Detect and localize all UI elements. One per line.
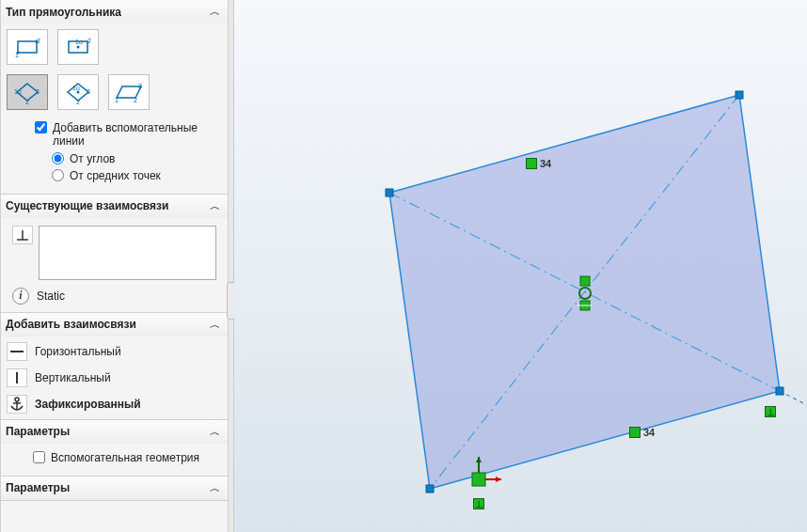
svg-text:1o: 1o xyxy=(72,85,80,91)
section-params-1: Параметры ︿ Вспомогательная геометрия xyxy=(1,420,228,477)
info-icon: i xyxy=(12,288,29,305)
svg-text:3: 3 xyxy=(138,83,142,89)
section-title: Параметры xyxy=(6,481,70,494)
perpendicular-glyph-bottom[interactable]: ⊥ xyxy=(473,498,484,509)
chk-add-construction[interactable] xyxy=(35,121,47,133)
constraint-label: Горизонтальный xyxy=(35,345,121,358)
parallel-count: 34 xyxy=(643,427,655,438)
radio-from-corners-label: От углов xyxy=(70,152,115,165)
section-header-rect-type[interactable]: Тип прямоугольника ︿ xyxy=(1,0,228,23)
chk-aux-geometry-label: Вспомогательная геометрия xyxy=(51,451,199,464)
section-title: Добавить взаимосвязи xyxy=(6,318,136,331)
radio-from-midpoints-label: От средних точек xyxy=(70,169,161,182)
svg-text:1o: 1o xyxy=(14,88,22,95)
svg-point-24 xyxy=(15,398,19,401)
constraint-label: Зафиксированный xyxy=(35,398,141,411)
svg-marker-40 xyxy=(496,477,501,482)
collapse-icon: ︿ xyxy=(210,199,220,213)
tool-parallelogram[interactable]: 123 xyxy=(108,74,150,110)
collapse-icon: ︿ xyxy=(210,481,220,495)
svg-rect-33 xyxy=(776,387,783,395)
vertical-icon xyxy=(7,368,27,387)
radio-from-corners[interactable] xyxy=(52,152,64,164)
chk-aux-geometry[interactable] xyxy=(33,451,45,463)
collapse-icon: ︿ xyxy=(210,5,220,19)
anchor-icon xyxy=(7,395,27,414)
tool-rect-corner[interactable]: 12 xyxy=(7,29,48,65)
svg-text:2: 2 xyxy=(25,99,29,104)
svg-rect-34 xyxy=(426,485,434,493)
svg-text:3: 3 xyxy=(36,88,40,95)
add-rel-fixed[interactable]: Зафиксированный xyxy=(1,391,228,417)
property-panel: Тип прямоугольника ︿ 12 1o2 1o32 1o32 xyxy=(0,0,229,532)
svg-point-3 xyxy=(17,52,20,55)
static-label: Static xyxy=(37,289,65,303)
section-add-relations: Добавить взаимосвязи ︿ Горизонтальный Ве… xyxy=(1,313,228,420)
constraint-label: Вертикальный xyxy=(35,371,111,384)
section-title: Тип прямоугольника xyxy=(6,6,121,19)
section-header-add-rel[interactable]: Добавить взаимосвязи ︿ xyxy=(1,313,228,336)
svg-text:1o: 1o xyxy=(75,39,83,45)
section-title: Существующие взаимосвязи xyxy=(6,199,168,212)
svg-rect-43 xyxy=(472,473,485,486)
radio-from-midpoints[interactable] xyxy=(52,169,64,181)
svg-text:3: 3 xyxy=(87,88,90,95)
add-rel-vertical[interactable]: Вертикальный xyxy=(1,365,228,391)
section-title: Параметры xyxy=(6,425,70,438)
svg-rect-36 xyxy=(580,276,590,286)
add-rel-horizontal[interactable]: Горизонтальный xyxy=(1,338,228,365)
svg-point-4 xyxy=(36,40,39,43)
tool-rect-3pt-diamond[interactable]: 1o32 xyxy=(7,74,48,110)
parallel-glyph-bottom[interactable]: 34 xyxy=(629,427,655,438)
svg-point-6 xyxy=(77,46,80,49)
perpendicular-icon xyxy=(12,226,33,244)
tool-rect-3pt-center[interactable]: 1o32 xyxy=(57,74,99,110)
section-header-params2[interactable]: Параметры ︿ xyxy=(1,477,228,500)
svg-rect-31 xyxy=(386,189,393,196)
parallel-icon xyxy=(629,427,641,438)
svg-rect-0 xyxy=(18,41,37,53)
chk-add-construction-label: Добавить вспомогательные линии xyxy=(53,121,220,149)
sketch-canvas[interactable]: 34 34 ⊥ ⊥ xyxy=(234,0,807,532)
svg-text:1: 1 xyxy=(115,97,119,103)
parallel-icon xyxy=(526,158,537,169)
horizontal-icon xyxy=(7,342,27,361)
collapse-icon: ︿ xyxy=(210,318,220,332)
existing-relations-list[interactable] xyxy=(39,226,216,280)
svg-text:2: 2 xyxy=(134,97,137,103)
section-header-existing-rel[interactable]: Существующие взаимосвязи ︿ xyxy=(1,195,228,218)
section-rectangle-type: Тип прямоугольника ︿ 12 1o2 1o32 1o32 xyxy=(1,0,228,195)
section-existing-relations: Существующие взаимосвязи ︿ i Static xyxy=(1,195,228,313)
parallel-glyph-top[interactable]: 34 xyxy=(526,158,551,169)
section-header-params1[interactable]: Параметры ︿ xyxy=(1,420,228,444)
svg-text:2: 2 xyxy=(87,38,91,44)
section-params-2: Параметры ︿ xyxy=(1,477,228,501)
tool-rect-center[interactable]: 1o2 xyxy=(57,29,99,65)
svg-rect-32 xyxy=(736,91,743,99)
parallel-count: 34 xyxy=(540,158,551,169)
collapse-icon: ︿ xyxy=(210,425,220,439)
perpendicular-glyph-right[interactable]: ⊥ xyxy=(765,406,776,417)
svg-text:2: 2 xyxy=(76,99,80,104)
